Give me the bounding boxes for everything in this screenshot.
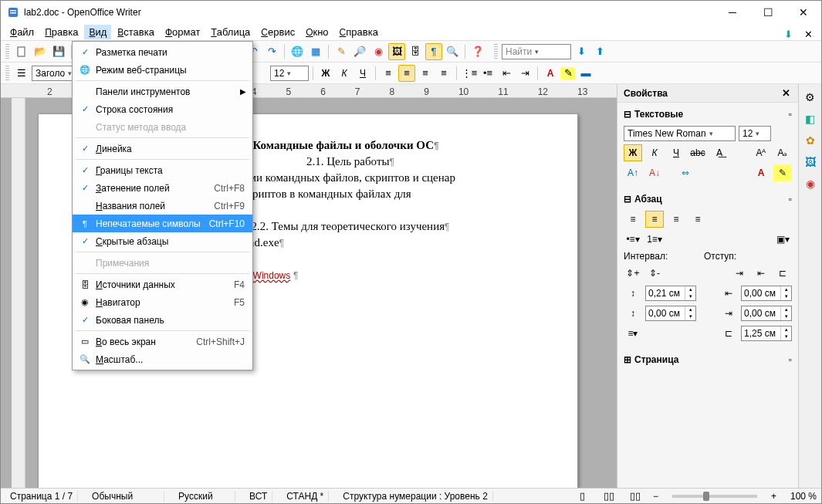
- redo-icon[interactable]: ↷: [263, 43, 280, 60]
- menu-таблица[interactable]: Таблица: [206, 25, 255, 39]
- datasources-icon[interactable]: 🗄: [407, 43, 424, 60]
- space-below-spinner[interactable]: ▴▾: [645, 306, 696, 321]
- prop-shadow-icon[interactable]: A͟: [710, 144, 729, 161]
- prop-shrink-a-icon[interactable]: A↓: [645, 164, 664, 181]
- align-center-icon[interactable]: ≡: [398, 65, 415, 82]
- zoom-in-icon[interactable]: +: [771, 491, 776, 502]
- menu-item-границы-текста[interactable]: ✓Границы текста: [73, 161, 252, 179]
- new-doc-icon[interactable]: [13, 43, 30, 60]
- menu-item-непечатаемые-символы[interactable]: ¶Непечатаемые символыCtrl+F10: [73, 215, 252, 232]
- menu-item-панели-инструментов[interactable]: Панели инструментов▶: [73, 83, 252, 100]
- gallery-icon[interactable]: 🖼: [388, 43, 405, 60]
- prop-strike-icon[interactable]: abc: [688, 144, 707, 161]
- align-justify-icon[interactable]: ≡: [435, 65, 452, 82]
- menu-item-режим-веб-страницы[interactable]: 🌐Режим веб-страницы: [73, 61, 252, 79]
- table-icon[interactable]: ▦: [307, 43, 324, 60]
- vertical-ruler[interactable]: [12, 98, 25, 488]
- menu-item-строка-состояния[interactable]: ✓Строка состояния: [73, 100, 252, 118]
- prop-bg-icon[interactable]: ▣▾: [773, 231, 792, 248]
- menu-правка[interactable]: Правка: [40, 25, 83, 39]
- view-book-icon[interactable]: ▯▯: [627, 488, 644, 505]
- maximize-button[interactable]: ☐: [750, 1, 786, 24]
- prop-underline-icon[interactable]: Ч: [667, 144, 685, 161]
- prop-bold-icon[interactable]: Ж: [624, 144, 642, 161]
- find-prev-icon[interactable]: ⬆: [591, 43, 608, 60]
- minimize-button[interactable]: ─: [715, 1, 750, 24]
- page-section-header[interactable]: ⊞ Страница▫: [624, 351, 792, 368]
- status-style[interactable]: Обычный: [87, 491, 164, 502]
- line-spacing-icon[interactable]: ≡▾: [624, 325, 642, 342]
- save-icon[interactable]: 💾: [50, 43, 67, 60]
- view-multi-icon[interactable]: ▯▯: [600, 488, 617, 505]
- bold-icon[interactable]: Ж: [317, 65, 334, 82]
- highlight-icon[interactable]: ✎: [560, 67, 576, 79]
- zoom-value[interactable]: 100 %: [786, 491, 817, 502]
- sidebar-properties-icon[interactable]: ◧: [802, 110, 819, 127]
- view-single-icon[interactable]: ▯: [574, 488, 591, 505]
- menu-окно[interactable]: Окно: [301, 25, 333, 39]
- inc-indent-icon[interactable]: ⇥: [730, 265, 749, 282]
- sidebar-navigator-icon[interactable]: ◉: [802, 175, 819, 192]
- first-line-spinner[interactable]: ▴▾: [741, 326, 792, 341]
- toolbar-grip[interactable]: [5, 44, 9, 59]
- prop-size-combo[interactable]: 12▾: [739, 126, 771, 141]
- font-color-icon[interactable]: A: [542, 65, 559, 82]
- zoom-icon[interactable]: 🔍: [444, 43, 461, 60]
- para-section-header[interactable]: ⊟ Абзац▫: [624, 191, 792, 208]
- sidebar-styles-icon[interactable]: ✿: [802, 132, 819, 149]
- drawing-icon[interactable]: ✎: [333, 43, 350, 60]
- open-icon[interactable]: 📂: [32, 43, 49, 60]
- sidebar-gallery-icon[interactable]: 🖼: [802, 154, 819, 171]
- inc-space-icon[interactable]: ⇕+: [624, 265, 642, 282]
- bullets-icon[interactable]: •≡: [479, 65, 496, 82]
- menu-item-во-весь-экран[interactable]: ▭Во весь экранCtrl+Shift+J: [73, 333, 252, 350]
- prop-align-center-icon[interactable]: ≡: [645, 211, 664, 228]
- menu-item-навигатор[interactable]: ◉НавигаторF5: [73, 293, 252, 311]
- space-above-spinner[interactable]: ▴▾: [645, 286, 696, 301]
- prop-align-right-icon[interactable]: ≡: [667, 211, 685, 228]
- status-lang[interactable]: Русский: [174, 491, 235, 502]
- prop-highlight-icon[interactable]: ✎: [773, 164, 792, 181]
- dec-indent-icon[interactable]: ⇤: [752, 265, 770, 282]
- prop-align-left-icon[interactable]: ≡: [624, 211, 642, 228]
- menu-item-затенение-полей[interactable]: ✓Затенение полейCtrl+F8: [73, 179, 252, 197]
- prop-italic-icon[interactable]: К: [645, 144, 664, 161]
- navigator-icon[interactable]: ◉: [370, 43, 387, 60]
- menu-item-линейка[interactable]: ✓Линейка: [73, 140, 252, 157]
- menu-справка[interactable]: Справка: [335, 25, 383, 39]
- prop-align-justify-icon[interactable]: ≡: [688, 211, 707, 228]
- status-insert[interactable]: ВСТ: [245, 491, 272, 502]
- align-right-icon[interactable]: ≡: [417, 65, 434, 82]
- align-left-icon[interactable]: ≡: [380, 65, 397, 82]
- numbering-icon[interactable]: ⋮≡: [461, 65, 478, 82]
- close-button[interactable]: ✕: [786, 1, 821, 24]
- underline-icon[interactable]: Ч: [354, 65, 371, 82]
- prop-sub-icon[interactable]: Aₐ: [773, 144, 792, 161]
- prop-bullets-icon[interactable]: •≡▾: [624, 231, 642, 248]
- status-std[interactable]: СТАНД *: [282, 491, 329, 502]
- prop-super-icon[interactable]: Aᴬ: [752, 144, 770, 161]
- styles-icon[interactable]: ☰: [13, 65, 30, 82]
- menu-item-боковая-панель[interactable]: ✓Боковая панель: [73, 311, 252, 329]
- nonprinting-icon[interactable]: ¶: [425, 43, 442, 60]
- menu-item-названия-полей[interactable]: Названия полейCtrl+F9: [73, 197, 252, 215]
- hanging-indent-icon[interactable]: ⊏: [773, 265, 792, 282]
- prop-numbering-icon[interactable]: 1≡▾: [645, 231, 664, 248]
- find-next-icon[interactable]: ⬇: [573, 43, 590, 60]
- menu-вставка[interactable]: Вставка: [113, 25, 159, 39]
- status-page[interactable]: Страница 1 / 7: [5, 491, 78, 502]
- zoom-out-icon[interactable]: −: [653, 491, 658, 502]
- zoom-slider[interactable]: [672, 495, 757, 498]
- menu-item-разметка-печати[interactable]: ✓Разметка печати: [73, 43, 252, 61]
- find-replace-icon[interactable]: 🔎: [351, 43, 368, 60]
- sidebar-settings-icon[interactable]: ⚙: [802, 89, 819, 106]
- dec-indent-icon[interactable]: ⇤: [498, 65, 515, 82]
- indent-right-spinner[interactable]: ▴▾: [741, 306, 792, 321]
- bg-color-icon[interactable]: ▬: [577, 65, 594, 82]
- inc-indent-icon[interactable]: ⇥: [516, 65, 533, 82]
- panel-close-icon[interactable]: ✕: [780, 87, 792, 100]
- menu-item-масштаб...[interactable]: 🔍Масштаб...: [73, 350, 252, 368]
- toolbar-grip-2[interactable]: [494, 44, 498, 59]
- menu-сервис[interactable]: Сервис: [256, 25, 299, 39]
- toolbar-grip-3[interactable]: [5, 66, 9, 81]
